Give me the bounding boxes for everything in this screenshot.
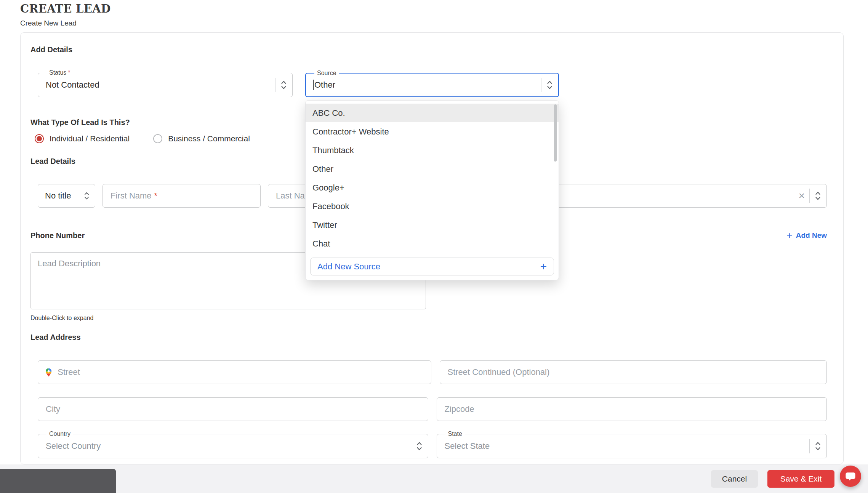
google-maps-pin-icon — [44, 367, 53, 378]
radio-label: Individual / Residential — [50, 134, 130, 143]
bottom-left-dark-panel — [0, 469, 116, 493]
status-select[interactable]: Status* Not Contacted — [38, 73, 293, 97]
stepper-divider — [809, 189, 810, 203]
source-stepper[interactable] — [541, 74, 558, 96]
phone-heading: Phone Number — [30, 231, 85, 240]
page-title: CREATE LEAD — [20, 2, 868, 15]
stepper-divider — [411, 439, 411, 453]
text-caret — [313, 80, 314, 90]
address-row-street — [30, 360, 827, 384]
chevron-up-down-icon — [546, 80, 553, 90]
radio-unselected-icon — [153, 134, 162, 143]
source-option[interactable]: Google+ — [306, 178, 559, 197]
plus-icon: + — [540, 261, 547, 272]
source-label: Source — [314, 70, 339, 77]
chevron-up-down-icon — [815, 441, 821, 451]
lead-address-heading: Lead Address — [30, 333, 827, 342]
cancel-button[interactable]: Cancel — [711, 470, 758, 488]
first-name-field[interactable]: First Name * — [102, 184, 261, 208]
add-details-heading: Add Details — [30, 45, 827, 54]
zipcode-input[interactable] — [437, 398, 827, 421]
street-input[interactable] — [57, 361, 431, 384]
create-lead-card: Add Details Status* Not Contacted Source — [20, 32, 844, 464]
radio-business-commercial[interactable]: Business / Commercial — [153, 134, 250, 143]
save-exit-button[interactable]: Save & Exit — [767, 470, 834, 488]
plus-icon: + — [787, 230, 793, 240]
add-new-source-button[interactable]: Add New Source + — [310, 258, 554, 275]
title-value: No title — [38, 191, 84, 201]
stepper-divider — [541, 78, 541, 92]
title-stepper[interactable] — [84, 184, 95, 207]
source-option[interactable]: Contractor+ Website — [306, 122, 559, 141]
add-new-label: Add New — [796, 231, 827, 240]
required-asterisk: * — [154, 191, 158, 201]
chevron-up-down-icon — [280, 80, 287, 90]
state-value: Select State — [437, 441, 810, 451]
source-option[interactable]: Facebook — [306, 197, 559, 216]
source-value: Other — [306, 80, 541, 90]
state-stepper[interactable] — [809, 434, 826, 458]
stepper-divider — [275, 78, 275, 92]
status-label: Status* — [46, 69, 73, 76]
address-row-country-state: Country Select Country State Select Stat… — [30, 434, 827, 458]
dropdown-scrollbar[interactable] — [554, 104, 557, 162]
chevron-up-down-icon — [815, 190, 821, 201]
add-new-source-label: Add New Source — [317, 262, 380, 272]
source-option[interactable]: Chat — [306, 234, 559, 253]
chat-bubble-icon — [845, 471, 856, 482]
clear-icon[interactable]: × — [799, 190, 805, 201]
address-row-city-zip — [30, 397, 827, 421]
country-stepper[interactable] — [411, 434, 428, 458]
source-dropdown: ABC Co. Contractor+ Website Thumbtack Ot… — [305, 100, 559, 280]
footer-bar: Cancel Save & Exit — [0, 464, 868, 493]
city-field[interactable] — [38, 397, 428, 421]
combo-stepper[interactable] — [809, 184, 826, 207]
zipcode-field[interactable] — [437, 397, 827, 421]
street-continued-input[interactable] — [440, 361, 827, 384]
title-select[interactable]: No title — [38, 184, 95, 208]
chat-widget-button[interactable] — [840, 466, 861, 487]
street-continued-field[interactable] — [440, 360, 827, 384]
expand-hint: Double-Click to expand — [30, 315, 827, 322]
chevron-up-down-icon — [84, 191, 90, 201]
add-new-phone-button[interactable]: + Add New — [787, 230, 827, 240]
country-label: Country — [46, 431, 73, 437]
stepper-divider — [809, 439, 810, 453]
status-stepper[interactable] — [275, 73, 292, 97]
source-option[interactable]: Other — [306, 160, 559, 178]
source-select[interactable]: Source Other ABC Co. Contractor+ Website… — [305, 73, 559, 97]
chevron-up-down-icon — [416, 441, 423, 451]
source-option[interactable]: Thumbtack — [306, 141, 559, 160]
source-option[interactable]: Twitter — [306, 216, 559, 234]
radio-individual-residential[interactable]: Individual / Residential — [35, 134, 130, 143]
radio-selected-icon — [35, 134, 44, 143]
country-value: Select Country — [38, 441, 411, 451]
street-field[interactable] — [38, 360, 431, 384]
page-subtitle: Create New Lead — [20, 19, 868, 27]
country-select[interactable]: Country Select Country — [38, 434, 428, 458]
city-input[interactable] — [38, 398, 428, 421]
status-value: Not Contacted — [38, 80, 275, 90]
source-option[interactable]: ABC Co. — [306, 104, 559, 122]
status-source-row: Status* Not Contacted Source Other — [30, 73, 827, 97]
state-select[interactable]: State Select State — [437, 434, 827, 458]
first-name-placeholder: First Name — [111, 191, 152, 201]
page-header: CREATE LEAD Create New Lead — [0, 0, 868, 27]
radio-label: Business / Commercial — [168, 134, 250, 143]
state-label: State — [445, 431, 465, 437]
